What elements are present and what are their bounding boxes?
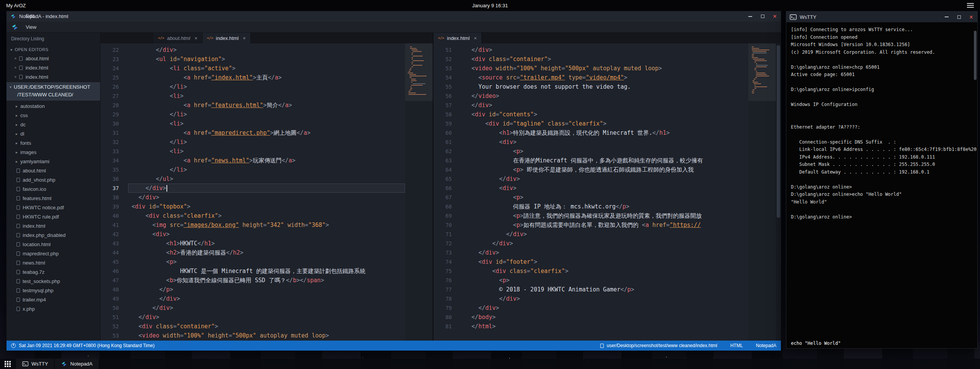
tree-folder-dc[interactable]: ▸dc [7,120,100,129]
code-line[interactable]: <h1>HKWTC</h1> [128,239,405,248]
minimap-left[interactable] [405,43,433,341]
code-line[interactable]: <p> [461,276,748,285]
tree-file-about.html[interactable]: about.html [7,166,100,175]
code-line[interactable]: </div> [128,303,405,313]
code-line[interactable]: <div class="container"> [128,322,405,331]
system-app-name[interactable]: My ArOZ [6,3,26,8]
menu-edit[interactable]: Edit [21,10,52,22]
minimap-right[interactable] [748,43,776,341]
tree-file-favicon.ico[interactable]: favicon.ico [7,184,100,194]
tree-file-add_vhost.php[interactable]: add_vhost.php [7,175,100,184]
open-editors-section[interactable]: ▾ OPEN EDITORS [7,45,100,54]
code-line[interactable]: <div id="tagline" class="clearfix"> [461,119,748,128]
code-line[interactable]: <div class="clearfix"> [128,211,405,220]
editor-scrollbar[interactable] [776,43,781,341]
tree-folder-css[interactable]: ▸css [7,111,100,120]
code-line[interactable]: </li> [128,137,405,147]
code-line[interactable]: <p> [128,257,405,266]
code-line[interactable]: </div> [128,45,405,55]
code-line[interactable]: </li> [128,82,405,91]
close-icon[interactable]: × [14,65,16,70]
taskbar-item-notepada[interactable]: NotepadA [55,359,99,369]
code-line[interactable]: </li> [128,165,405,174]
code-line[interactable]: <li class="active"> [128,64,405,73]
tree-folder-images[interactable]: ▸images [7,147,100,157]
open-editor-index.html[interactable]: ×index.html [7,72,100,81]
scrollbar-thumb[interactable] [777,45,780,218]
notepada-titlebar[interactable]: NotepadA - index.html × [7,11,781,22]
code-editor-left[interactable]: </div> <ul id="navigation"> <li class="a… [125,43,405,341]
code-line[interactable]: </div> [461,174,748,184]
code-line[interactable]: <div class="container"> [461,55,748,64]
tree-file-news.html[interactable]: news.html [7,258,100,267]
editor-tab-index.html[interactable]: </>index.html× [433,33,482,43]
code-line[interactable]: </div> [461,294,748,303]
tree-folder-dl[interactable]: ▸dl [7,129,100,138]
code-editor-right[interactable]: </div> <div class="container"> <video wi… [458,43,748,341]
code-line[interactable]: <div id="topbox"> [128,202,405,211]
code-line[interactable]: <a href="news.html">玩家傳送門</a> [128,156,405,165]
wstty-titlebar[interactable]: WsTTY × [786,12,977,22]
tree-file-mapredirect.php[interactable]: mapredirect.php [7,249,100,258]
tree-file-location.html[interactable]: location.html [7,240,100,249]
tree-folder-fonts[interactable]: ▸fonts [7,138,100,147]
code-line[interactable]: <p>請注意，我們的伺服器為確保玩家及遊玩時的質素，我們對的服器開放 [461,211,748,220]
tree-file-features.html[interactable]: features.html [7,194,100,203]
code-line[interactable]: <div id="footer"> [461,257,748,266]
tree-folder-autostation[interactable]: ▸autostation [7,101,100,111]
code-line[interactable]: </body> [461,313,748,322]
code-line[interactable]: <li> [128,91,405,101]
code-line[interactable]: </html> [461,322,748,331]
maximize-button[interactable] [756,11,769,22]
close-icon[interactable]: × [14,74,16,79]
code-line[interactable]: </div> [128,313,405,322]
code-line[interactable]: <div id="contents"> [461,110,748,119]
code-line[interactable]: </div> [461,230,748,239]
tab-close-icon[interactable]: × [474,35,477,41]
tree-file-HKWTC notice.pdf[interactable]: HKWTC notice.pdf [7,203,100,212]
terminal-input[interactable]: echo "Hello World" [791,341,841,346]
terminal-output[interactable]: [info] Connecting to arozos WsTTY servic… [786,22,977,348]
start-menu-button[interactable] [0,359,15,369]
code-line[interactable]: </div> [461,303,748,313]
minimap-slider[interactable] [405,43,433,101]
code-line[interactable]: <a href="features.html">簡介</a> [128,101,405,110]
close-button[interactable]: × [965,12,977,22]
scrollbar-thumb[interactable] [974,31,977,80]
code-line[interactable]: </div> [128,184,405,193]
open-editor-index.html[interactable]: ×index.html [7,63,100,72]
tab-close-icon[interactable]: × [243,35,246,41]
code-line[interactable]: </li> [128,110,405,119]
code-line[interactable]: HKWTC 是一個 Minecraft 的建築伺服器，主要建築計劃包括鐵路系統 [128,266,405,276]
code-line[interactable]: © 2018 - 2019 HKWTC Animation Gamer</p> [461,285,748,294]
code-line[interactable]: <a href="index.html">主頁</a> [128,73,405,82]
maximize-button[interactable] [953,12,965,22]
minimize-button[interactable] [940,12,953,22]
tree-file-HKWTC rule.pdf[interactable]: HKWTC rule.pdf [7,212,100,221]
code-line[interactable]: </div> [128,294,405,303]
code-line[interactable]: </ul> [128,174,405,184]
code-line[interactable]: 伺服器 IP 地址為： mcs.hkwtc.org</p> [461,202,748,211]
code-line[interactable]: Your browser does not support the video … [461,82,748,91]
code-line[interactable]: <div> [461,184,748,193]
code-line[interactable]: <video width="100%" height="500px" autop… [128,331,405,340]
close-icon[interactable]: × [14,56,16,61]
code-line[interactable]: </div> [128,193,405,202]
code-line[interactable]: <ul id="navigation"> [128,55,405,64]
code-line[interactable]: <p> [461,193,748,202]
minimap-slider[interactable] [748,43,776,101]
code-line[interactable]: <a href="mapredirect.php">網上地圖</a> [128,128,405,137]
code-line[interactable]: <div> [128,230,405,239]
code-line[interactable]: </video> [461,91,748,101]
code-line[interactable]: </div> [461,45,748,55]
tree-file-index.php_disabled[interactable]: index.php_disabled [7,230,100,240]
minimize-button[interactable] [744,11,756,22]
hamburger-menu-icon[interactable] [966,3,975,8]
close-button[interactable]: × [769,11,781,22]
menu-view[interactable]: View [21,22,52,33]
code-line[interactable]: <h1>特別為建築及鐵路而設，現代化的 Minecraft 世界.</h1> [461,128,748,137]
tree-file-trailer.mp4[interactable]: trailer.mp4 [7,295,100,304]
open-editor-about.html[interactable]: ×about.html [7,54,100,63]
code-line[interactable]: <div class="clearfix"> [461,266,748,276]
taskbar-item-wstty[interactable]: WsTTY [16,359,54,369]
